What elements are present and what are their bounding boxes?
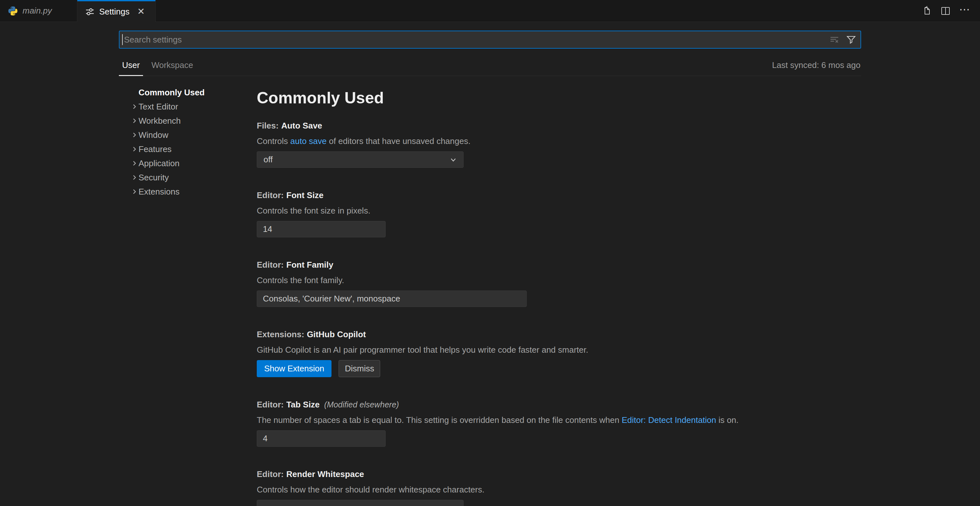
last-synced-status: Last synced: 6 mos ago <box>772 60 861 70</box>
tab-settings[interactable]: Settings ✕ <box>77 0 156 22</box>
toc-item-window[interactable]: Window <box>130 128 249 142</box>
chevron-right-icon <box>130 116 138 125</box>
tab-user-settings[interactable]: User <box>119 55 143 76</box>
tab-size-input[interactable] <box>257 430 386 447</box>
setting-editor-render-whitespace: Editor:Render Whitespace Controls how th… <box>257 469 772 506</box>
modified-elsewhere-note: (Modified elsewhere) <box>324 400 399 409</box>
setting-label: Editor:Font Family <box>257 259 772 270</box>
editor-tab-bar: main.py Settings ✕ <box>0 0 980 22</box>
split-editor-icon[interactable] <box>940 5 951 16</box>
font-family-input[interactable] <box>257 291 527 307</box>
chevron-right-icon <box>130 131 138 140</box>
setting-editor-font-family: Editor:Font Family Controls the font fam… <box>257 259 772 307</box>
setting-description: Controls the font family. <box>257 275 772 286</box>
toc-item-commonly-used[interactable]: Commonly Used <box>130 85 249 100</box>
tab-label: Settings <box>99 7 129 17</box>
filter-settings-icon[interactable] <box>846 35 856 45</box>
settings-toc: Commonly Used Text Editor Workbench Wind… <box>130 85 249 199</box>
editor-actions: ⋯ <box>921 0 970 22</box>
setting-label: Editor:Font Size <box>257 190 772 200</box>
settings-search-box[interactable] <box>119 30 861 49</box>
copilot-actions: Show Extension Dismiss <box>257 360 772 377</box>
toc-item-workbench[interactable]: Workbench <box>130 114 249 128</box>
chevron-right-icon <box>130 188 138 196</box>
setting-label: Extensions:GitHub Copilot <box>257 329 772 340</box>
dismiss-button[interactable]: Dismiss <box>339 360 380 377</box>
setting-description: Controls the font size in pixels. <box>257 205 772 216</box>
clear-settings-search-icon[interactable] <box>830 35 839 45</box>
toc-item-application[interactable]: Application <box>130 156 249 170</box>
chevron-down-icon <box>449 504 457 506</box>
tab-label: main.py <box>22 6 52 16</box>
more-actions-icon[interactable]: ⋯ <box>959 4 970 18</box>
setting-label: Editor:Render Whitespace <box>257 469 772 480</box>
font-size-input[interactable] <box>257 221 386 237</box>
chevron-right-icon <box>130 102 138 111</box>
setting-description: Controls auto save of editors that have … <box>257 135 772 146</box>
python-icon <box>8 6 18 16</box>
settings-sliders-icon <box>85 7 95 16</box>
search-actions <box>830 35 861 45</box>
close-tab-icon[interactable]: ✕ <box>137 7 145 16</box>
setting-label: Files:Auto Save <box>257 120 772 131</box>
settings-content: Commonly Used Files:Auto Save Controls a… <box>257 88 772 506</box>
toc-item-extensions[interactable]: Extensions <box>130 185 249 199</box>
setting-editor-font-size: Editor:Font Size Controls the font size … <box>257 190 772 237</box>
setting-description: Controls how the editor should render wh… <box>257 484 772 495</box>
auto-save-link[interactable]: auto save <box>290 136 327 146</box>
open-settings-json-icon[interactable] <box>921 5 932 16</box>
setting-description: GitHub Copilot is an AI pair programmer … <box>257 344 772 355</box>
setting-description: The number of spaces a tab is equal to. … <box>257 415 772 425</box>
render-whitespace-select[interactable] <box>257 500 464 506</box>
chevron-right-icon <box>130 173 138 182</box>
auto-save-select[interactable]: off <box>257 151 464 168</box>
show-extension-button[interactable]: Show Extension <box>257 360 331 377</box>
search-input[interactable] <box>123 31 830 48</box>
settings-scope-row: User Workspace Last synced: 6 mos ago <box>119 55 861 76</box>
toc-item-text-editor[interactable]: Text Editor <box>130 100 249 114</box>
chevron-right-icon <box>130 145 138 154</box>
toc-item-features[interactable]: Features <box>130 142 249 156</box>
setting-files-auto-save: Files:Auto Save Controls auto save of ed… <box>257 120 772 168</box>
setting-label: Editor:Tab Size(Modified elsewhere) <box>257 399 772 410</box>
detect-indentation-link[interactable]: Editor: Detect Indentation <box>622 415 716 425</box>
setting-editor-tab-size: Editor:Tab Size(Modified elsewhere) The … <box>257 399 772 447</box>
tab-workspace-settings[interactable]: Workspace <box>148 55 197 76</box>
chevron-down-icon <box>449 156 457 164</box>
toc-item-security[interactable]: Security <box>130 170 249 185</box>
setting-extensions-github-copilot: Extensions:GitHub Copilot GitHub Copilot… <box>257 329 772 377</box>
tab-main-py[interactable]: main.py <box>0 0 77 22</box>
page-title: Commonly Used <box>257 88 772 108</box>
chevron-right-icon <box>130 159 138 168</box>
